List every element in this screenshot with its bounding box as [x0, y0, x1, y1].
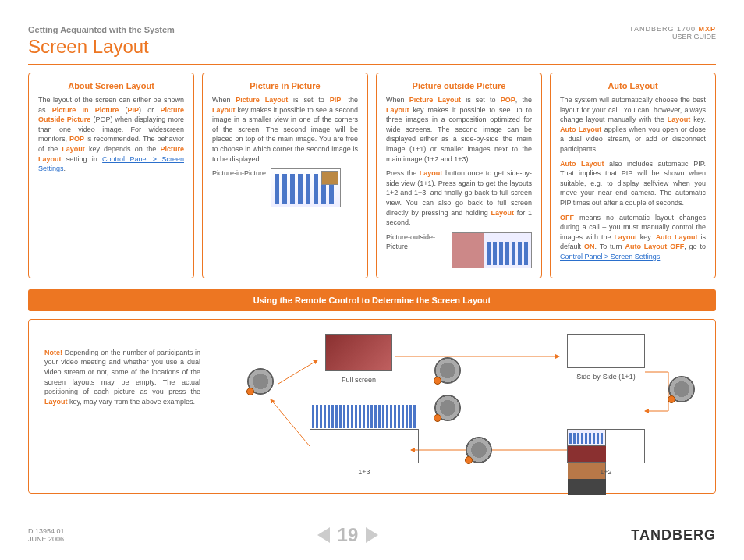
page-number: 19 — [338, 524, 359, 546]
pip-thumbnail — [271, 168, 341, 207]
box-body: When Picture Layout is set to POP, the L… — [386, 95, 532, 268]
picture-outside-picture-box: Picture outside Picture When Picture Lay… — [376, 73, 542, 278]
layout-flow-diagram: Note! Depending on the number of partici… — [28, 319, 716, 494]
page-navigation: 19 — [317, 524, 379, 546]
product-id: TANDBERG 1700 MXP USER GUIDE — [629, 25, 716, 41]
pip-figure: Picture-in-Picture — [212, 168, 358, 207]
doc-meta: D 13954.01 JUNE 2006 — [28, 527, 65, 543]
full-screen-node: Full screen — [325, 334, 392, 384]
box-body: The system will automatically choose the… — [560, 95, 706, 262]
one-plus-two-thumb — [567, 429, 645, 463]
side-by-side-node: Side-by-Side (1+1) — [567, 334, 645, 381]
control-panel-link[interactable]: Control Panel > Screen Settings — [560, 253, 660, 261]
one-plus-three-thumb — [310, 429, 419, 463]
section-banner: Using the Remote Control to Determine th… — [28, 289, 716, 311]
remote-icon — [466, 437, 492, 463]
box-body: The layout of the screen can either be s… — [38, 95, 184, 174]
flow-canvas: Full screen Side-by-Side (1+1) 1+2 1+3 — [232, 329, 692, 485]
picture-in-picture-box: Picture in Picture When Picture Layout i… — [202, 73, 368, 278]
remote-icon — [434, 395, 461, 421]
remote-icon — [247, 368, 274, 395]
one-plus-two-node: 1+2 — [567, 429, 645, 476]
full-screen-thumb — [325, 334, 392, 371]
box-title: Picture outside Picture — [386, 81, 532, 90]
side-by-side-thumb — [567, 334, 645, 368]
box-title: About Screen Layout — [38, 81, 184, 90]
page-title: Screen Layout — [28, 36, 716, 58]
page-footer: D 13954.01 JUNE 2006 19 TANDBERG — [28, 519, 716, 546]
prev-page-icon[interactable] — [317, 527, 330, 543]
next-page-icon[interactable] — [366, 527, 378, 543]
remote-icon — [434, 357, 461, 384]
box-title: Picture in Picture — [212, 81, 358, 90]
info-boxes-row: About Screen Layout The layout of the sc… — [28, 73, 716, 278]
breadcrumb: Getting Acquainted with the System — [28, 25, 716, 34]
diagram-note: Note! Depending on the number of partici… — [44, 348, 200, 407]
remote-icon — [668, 376, 695, 402]
box-title: Auto Layout — [560, 81, 706, 90]
one-plus-three-node: 1+3 — [310, 429, 419, 476]
page-header: Getting Acquainted with the System Scree… — [28, 25, 716, 58]
pop-figure: Picture-outside-Picture — [386, 232, 532, 268]
divider — [28, 64, 716, 65]
pop-thumbnail — [452, 232, 532, 268]
about-screen-layout-box: About Screen Layout The layout of the sc… — [28, 73, 194, 278]
auto-layout-box: Auto Layout The system will automaticall… — [550, 73, 716, 278]
brand-logo: TANDBERG — [631, 527, 716, 544]
box-body: When Picture Layout is set to PIP, the L… — [212, 95, 358, 207]
